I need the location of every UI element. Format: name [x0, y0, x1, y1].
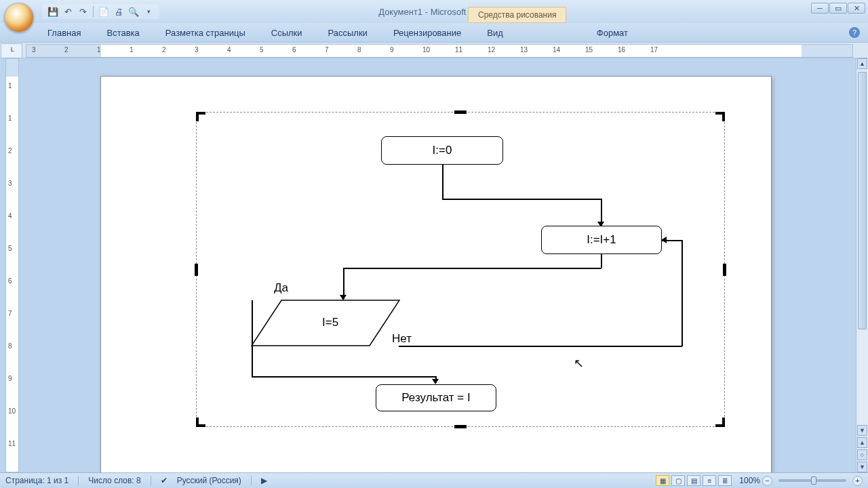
- view-draft[interactable]: ≣: [718, 475, 732, 486]
- crop-handle-br[interactable]: [715, 418, 725, 427]
- connector: [442, 199, 601, 200]
- zoom-out-button[interactable]: −: [762, 476, 772, 486]
- separator: [78, 476, 79, 485]
- horizontal-ruler[interactable]: 3211234567891011121314151617: [26, 44, 853, 58]
- view-print-layout[interactable]: ▦: [656, 475, 669, 486]
- new-icon[interactable]: 📄: [97, 5, 111, 18]
- crop-handle-r[interactable]: [723, 264, 726, 276]
- crop-handle-b[interactable]: [454, 425, 467, 428]
- tab-view[interactable]: Вид: [481, 25, 509, 42]
- status-bar: Страница: 1 из 1 Число слов: 8 ✔ Русский…: [0, 472, 868, 488]
- vertical-scrollbar[interactable]: ▲ ▼ ▲ ○ ▼: [856, 58, 868, 472]
- contextual-tab-label: Средства рисования: [468, 7, 566, 23]
- connector: [601, 254, 602, 268]
- connector: [399, 346, 682, 347]
- process-box-result[interactable]: Результат = I: [376, 384, 496, 411]
- quick-access-toolbar: 💾 ↶ ↷ 📄 🖨 🔍 ▾: [42, 4, 159, 19]
- arrowhead-icon: [661, 237, 667, 243]
- help-icon[interactable]: ?: [849, 27, 860, 38]
- label-no: Нет: [392, 332, 412, 346]
- separator: [251, 476, 252, 485]
- spell-check-icon[interactable]: ✔: [161, 476, 167, 485]
- tab-selector[interactable]: └: [1, 43, 22, 58]
- page[interactable]: I:=0 I:=I+1: [100, 76, 772, 472]
- tab-references[interactable]: Ссылки: [266, 25, 308, 42]
- undo-icon[interactable]: ↶: [61, 5, 75, 18]
- vertical-ruler[interactable]: 11234567891011: [5, 58, 19, 472]
- tab-insert[interactable]: Вставка: [101, 25, 144, 42]
- separator: [93, 6, 94, 17]
- zoom-slider[interactable]: [778, 479, 846, 482]
- tab-review[interactable]: Рецензирование: [388, 25, 467, 42]
- zoom-slider-thumb[interactable]: [811, 476, 816, 485]
- status-page[interactable]: Страница: 1 из 1: [5, 476, 68, 485]
- status-word-count[interactable]: Число слов: 8: [88, 476, 140, 485]
- arrowhead-icon: [432, 379, 439, 384]
- view-web[interactable]: ▤: [687, 475, 701, 486]
- process-box-increment[interactable]: I:=I+1: [541, 226, 662, 254]
- separator: [151, 476, 151, 485]
- print-icon[interactable]: 🖨: [112, 5, 125, 18]
- office-button[interactable]: [4, 3, 34, 33]
- tab-home[interactable]: Главная: [42, 25, 86, 42]
- scroll-up-button[interactable]: ▲: [857, 58, 867, 69]
- crop-handle-bl[interactable]: [196, 418, 205, 427]
- connector: [252, 376, 436, 378]
- save-icon[interactable]: 💾: [46, 5, 60, 18]
- status-language[interactable]: Русский (Россия): [177, 476, 241, 485]
- minimize-button[interactable]: ─: [811, 3, 829, 14]
- document-area[interactable]: I:=0 I:=I+1: [19, 58, 868, 472]
- redo-icon[interactable]: ↷: [76, 5, 90, 18]
- prev-page-button[interactable]: ▲: [857, 437, 867, 448]
- decision-text: I=5: [322, 316, 338, 329]
- ribbon-tabs: Главная Вставка Разметка страницы Ссылки…: [0, 23, 868, 42]
- crop-handle-t[interactable]: [454, 110, 467, 114]
- scroll-down-button[interactable]: ▼: [857, 425, 867, 436]
- crop-handle-tr[interactable]: [715, 112, 725, 121]
- scroll-thumb[interactable]: [858, 72, 867, 329]
- drawing-canvas[interactable]: I:=0 I:=I+1: [196, 112, 725, 427]
- tab-format[interactable]: Формат: [591, 25, 633, 42]
- connector: [343, 268, 601, 269]
- maximize-button[interactable]: ▭: [829, 3, 847, 14]
- macro-icon[interactable]: ▶: [261, 476, 267, 485]
- label-yes: Да: [274, 281, 288, 295]
- zoom-in-button[interactable]: +: [852, 476, 863, 486]
- view-full-screen[interactable]: ▢: [671, 475, 685, 486]
- close-button[interactable]: ✕: [848, 3, 865, 14]
- connector: [442, 165, 443, 199]
- crop-handle-tl[interactable]: [196, 112, 205, 121]
- tab-page-layout[interactable]: Разметка страницы: [160, 25, 251, 42]
- tab-mailings[interactable]: Рассылки: [323, 25, 373, 42]
- preview-icon[interactable]: 🔍: [127, 5, 140, 18]
- browse-object-button[interactable]: ○: [857, 449, 867, 460]
- next-page-button[interactable]: ▼: [857, 462, 867, 472]
- process-box-init[interactable]: I:=0: [381, 136, 503, 165]
- zoom-level[interactable]: 100%: [739, 476, 760, 485]
- connector: [252, 300, 253, 377]
- qat-customize-icon[interactable]: ▾: [142, 5, 155, 18]
- crop-handle-l[interactable]: [195, 264, 198, 276]
- connector: [682, 240, 683, 346]
- view-outline[interactable]: ≡: [703, 475, 716, 486]
